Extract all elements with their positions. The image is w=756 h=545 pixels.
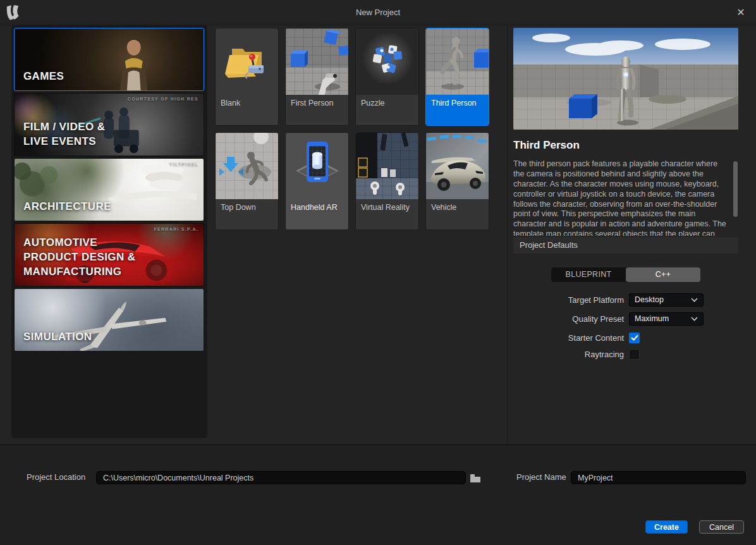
template-top-down[interactable]: Top Down [215,132,279,230]
category-film-video[interactable]: COURTESY OF HIGH RES FILM / VIDEO & LIVE… [14,93,204,156]
dropdown-value: Maximum [635,314,669,323]
setting-label: Quality Preset [513,314,624,324]
category-label: FILM / VIDEO & LIVE EVENTS [23,120,105,149]
category-label: ARCHITECTURE [23,200,111,214]
template-third-person[interactable]: Third Person [425,28,489,126]
template-title: Third Person [513,139,580,152]
template-label: Virtual Reality [356,199,418,230]
virtual-reality-thumbnail [356,133,418,199]
browse-folder-icon[interactable] [470,473,481,483]
third-person-thumbnail [426,28,489,95]
template-description-container: The third person pack features a playabl… [513,159,738,236]
template-label: Blank [216,95,278,125]
chevron-down-icon [691,317,698,321]
cancel-button[interactable]: Cancel [699,520,744,534]
raytracing-checkbox[interactable] [629,349,640,360]
category-label: GAMES [23,70,64,84]
project-defaults-header: Project Defaults [513,237,738,254]
puzzle-thumbnail [356,28,418,95]
template-blank[interactable]: Blank [215,28,279,126]
project-name-input[interactable] [571,471,746,484]
template-preview-image [513,28,738,130]
setting-starter-content: Starter Content [513,331,738,345]
close-icon[interactable]: ✕ [735,6,747,19]
template-label: Top Down [216,199,278,230]
check-icon [631,334,638,341]
template-puzzle[interactable]: Puzzle [355,28,419,126]
template-label: Vehicle [426,199,489,230]
category-label: SIMULATION [23,330,92,345]
details-panel: Third Person The third person pack featu… [513,28,738,439]
template-label: Handheld AR [286,199,348,230]
window-title: New Project [0,0,756,25]
category-automotive[interactable]: FERRARI S.P.A. AUTOMOTIVE PRODUCT DESIGN… [14,223,204,286]
footer-bar: Project Location Project Name Create Can… [0,444,756,545]
chevron-down-icon [691,298,698,302]
panel-divider [507,25,508,444]
category-architecture[interactable]: TILTPIXEL ARCHITECTURE [14,158,204,221]
title-bar: New Project ✕ [0,0,756,25]
dropdown-value: Desktop [635,295,664,304]
blank-thumbnail [216,28,278,95]
project-location-label: Project Location [27,471,85,484]
template-handheld-ar[interactable]: Handheld AR [285,132,349,230]
artwork-attribution: FERRARI S.P.A. [154,227,198,231]
starter-content-checkbox[interactable] [629,333,640,343]
template-label: Puzzle [356,95,418,125]
template-label: Third Person [426,95,489,125]
quality-preset-dropdown[interactable]: Maximum [629,312,704,326]
artwork-attribution: TILTPIXEL [169,162,198,166]
target-platform-dropdown[interactable]: Desktop [629,293,704,307]
template-virtual-reality[interactable]: Virtual Reality [355,132,419,230]
artwork-attribution: COURTESY OF HIGH RES [128,97,198,101]
handheld-ar-thumbnail [286,133,348,199]
setting-label: Target Platform [513,295,624,305]
category-label: AUTOMOTIVE PRODUCT DESIGN & MANUFACTURIN… [23,236,135,279]
tab-cpp[interactable]: C++ [626,267,700,282]
project-location-input[interactable] [96,471,466,484]
template-label: First Person [286,95,348,125]
setting-quality-preset: Quality Preset Maximum [513,312,738,326]
setting-target-platform: Target Platform Desktop [513,293,738,307]
setting-label: Raytracing [513,350,624,359]
template-description: The third person pack features a playabl… [513,159,728,236]
top-down-thumbnail [216,133,278,199]
vehicle-thumbnail [426,133,489,199]
setting-raytracing: Raytracing [513,347,738,361]
category-simulation[interactable]: SIMULATION [14,288,204,352]
template-vehicle[interactable]: Vehicle [425,132,489,230]
tab-blueprint[interactable]: BLUEPRINT [551,267,626,282]
language-tabs: BLUEPRINT C++ [551,267,700,282]
setting-label: Starter Content [513,333,624,343]
create-button[interactable]: Create [645,520,688,534]
description-scrollbar[interactable] [733,161,738,217]
new-project-dialog: New Project ✕ GAMES [0,0,756,545]
category-list: GAMES COURTESY OF HIGH RES FILM / VIDEO … [11,25,207,438]
category-games[interactable]: GAMES [14,28,204,91]
project-name-label: Project Name [516,471,566,484]
template-first-person[interactable]: First Person [285,28,349,126]
first-person-thumbnail [286,28,348,95]
